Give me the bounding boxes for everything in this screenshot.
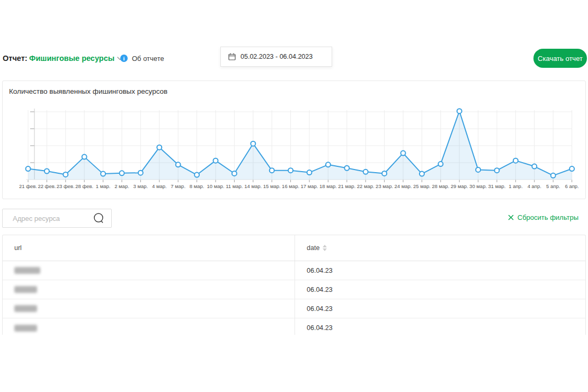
svg-text:5 апр.: 5 апр.	[546, 183, 560, 189]
table-row[interactable]: 06.04.23	[3, 318, 585, 335]
url-column-label: url	[14, 244, 22, 252]
svg-text:22 фев.: 22 фев.	[38, 183, 56, 189]
date-cell: 06.04.23	[307, 305, 333, 313]
download-report-button[interactable]: Скачать отчет	[533, 49, 587, 68]
svg-text:21 мар.: 21 мар.	[338, 183, 355, 189]
svg-text:7 мар.: 7 мар.	[171, 183, 185, 189]
svg-text:18 мар.: 18 мар.	[319, 183, 337, 189]
svg-text:31 мар.: 31 мар.	[488, 183, 506, 189]
about-report-label: Об отчете	[132, 55, 164, 63]
sort-icon[interactable]	[323, 245, 327, 251]
svg-text:22 мар.: 22 мар.	[357, 183, 375, 189]
svg-text:8 мар.: 8 мар.	[190, 183, 204, 189]
blurred-url-cell	[14, 286, 37, 293]
svg-text:3 мар.: 3 мар.	[133, 183, 148, 189]
svg-text:11 мар.: 11 мар.	[226, 183, 243, 189]
calendar-icon	[228, 53, 236, 60]
svg-text:2 мар.: 2 мар.	[114, 183, 129, 189]
reset-filters-label: Сбросить фильтры	[518, 213, 578, 221]
svg-text:1 мар.: 1 мар.	[96, 183, 111, 189]
svg-text:23 фев.: 23 фев.	[57, 183, 75, 189]
svg-text:4 мар.: 4 мар.	[152, 183, 167, 189]
resource-address-search	[2, 209, 112, 228]
svg-text:28 фев.: 28 фев.	[75, 183, 93, 189]
search-icon[interactable]	[93, 212, 105, 224]
svg-text:23 мар.: 23 мар.	[376, 183, 393, 189]
svg-text:17 мар.: 17 мар.	[301, 183, 318, 189]
date-column-label: date	[307, 244, 319, 252]
svg-text:15 мар.: 15 мар.	[263, 183, 281, 189]
date-cell: 06.04.23	[307, 324, 333, 332]
report-type-dropdown[interactable]: Фишинговые ресурсы	[29, 53, 123, 64]
table-row[interactable]: 06.04.23	[3, 280, 585, 299]
blurred-url-cell	[14, 267, 40, 274]
search-input[interactable]	[12, 214, 93, 223]
phishing-report-page: Отчет: Фишинговые ресурсы i Об отчете 05…	[0, 0, 588, 392]
table-row[interactable]: 06.04.23	[3, 261, 585, 280]
date-range-picker[interactable]: 05.02.2023 - 06.04.2023	[220, 47, 332, 67]
report-label: Отчет:	[3, 53, 28, 64]
date-cell: 06.04.23	[307, 286, 333, 293]
date-range-value: 05.02.2023 - 06.04.2023	[240, 53, 313, 60]
date-cell: 06.04.23	[307, 267, 333, 274]
table-row[interactable]: 06.04.23	[3, 299, 585, 318]
svg-text:4 апр.: 4 апр.	[528, 183, 541, 189]
svg-text:10 мар.: 10 мар.	[207, 183, 225, 189]
svg-text:30 мар.: 30 мар.	[469, 183, 487, 189]
svg-text:16 мар.: 16 мар.	[282, 183, 299, 189]
svg-text:28 мар.: 28 мар.	[432, 183, 449, 189]
table-header-row: url date	[3, 235, 585, 261]
results-table: url date 06.04.23 06.04.23 06.04.23 06.0…	[2, 235, 586, 335]
svg-text:21 фев.: 21 фев.	[19, 183, 37, 189]
svg-text:1 апр.: 1 апр.	[509, 183, 522, 189]
report-type-value: Фишинговые ресурсы	[29, 54, 114, 63]
svg-text:6 апр.: 6 апр.	[565, 183, 578, 189]
info-icon: i	[120, 55, 128, 62]
svg-text:24 мар.: 24 мар.	[395, 183, 412, 189]
blurred-url-cell	[14, 305, 37, 312]
phishing-count-chart: 21 фев.22 фев.23 фев.28 фев.1 мар.2 мар.…	[2, 81, 586, 199]
about-report-link[interactable]: i Об отчете	[120, 53, 164, 64]
svg-text:29 мар.: 29 мар.	[451, 183, 468, 189]
column-header-date[interactable]: date	[295, 235, 585, 261]
reset-filters-link[interactable]: Сбросить фильтры	[508, 213, 578, 221]
blurred-url-cell	[14, 325, 37, 332]
svg-text:14 мар.: 14 мар.	[244, 183, 262, 189]
column-header-url[interactable]: url	[3, 235, 295, 261]
svg-text:25 мар.: 25 мар.	[413, 183, 431, 189]
close-icon	[508, 215, 514, 220]
